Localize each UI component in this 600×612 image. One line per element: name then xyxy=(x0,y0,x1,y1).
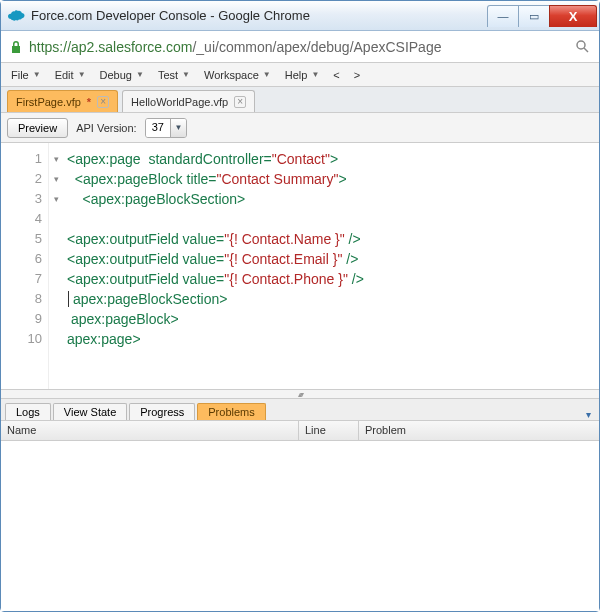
file-tab-helloworld[interactable]: HelloWorldPage.vfp × xyxy=(122,90,255,112)
search-icon[interactable] xyxy=(575,39,591,55)
close-button[interactable]: X xyxy=(549,5,597,27)
panel-collapse-icon[interactable]: ▾ xyxy=(582,409,595,420)
editor-toolbar: Preview API Version: 37 ▼ xyxy=(1,113,599,143)
code-editor[interactable]: 12345678910 ▾▾▾ <apex:page standardContr… xyxy=(1,143,599,389)
tab-logs[interactable]: Logs xyxy=(5,403,51,420)
maximize-button[interactable]: ▭ xyxy=(518,5,550,27)
tab-label: HelloWorldPage.vfp xyxy=(131,96,228,108)
line-gutter: 12345678910 xyxy=(1,143,49,389)
fold-gutter[interactable]: ▾▾▾ xyxy=(49,143,63,389)
address-bar[interactable]: https://ap2.salesforce.com/_ui/common/ap… xyxy=(1,31,599,63)
tab-progress[interactable]: Progress xyxy=(129,403,195,420)
window-controls: — ▭ X xyxy=(488,5,597,27)
caret-icon: ▼ xyxy=(182,70,190,79)
app-window: Force.com Developer Console - Google Chr… xyxy=(0,0,600,612)
file-tab-firstpage[interactable]: FirstPage.vfp* × xyxy=(7,90,118,112)
url-text: https://ap2.salesforce.com/_ui/common/ap… xyxy=(29,39,569,55)
caret-icon: ▼ xyxy=(136,70,144,79)
api-version-label: API Version: xyxy=(76,122,137,134)
tab-problems[interactable]: Problems xyxy=(197,403,265,420)
svg-line-1 xyxy=(584,48,588,52)
menu-test[interactable]: Test▼ xyxy=(152,66,196,84)
grip-icon: ▴▾ xyxy=(298,390,302,399)
dirty-indicator: * xyxy=(87,96,91,108)
col-name[interactable]: Name xyxy=(1,421,299,440)
titlebar[interactable]: Force.com Developer Console - Google Chr… xyxy=(1,1,599,31)
problems-grid-body xyxy=(1,441,599,611)
panel-splitter[interactable]: ▴▾ xyxy=(1,389,599,399)
menu-bar: File▼ Edit▼ Debug▼ Test▼ Workspace▼ Help… xyxy=(1,63,599,87)
menu-prev[interactable]: < xyxy=(327,66,345,84)
code-area[interactable]: <apex:page standardController="Contact">… xyxy=(63,143,599,389)
api-version-value: 37 xyxy=(146,119,170,137)
tab-close-icon[interactable]: × xyxy=(234,96,246,108)
salesforce-cloud-icon xyxy=(7,7,25,25)
menu-file[interactable]: File▼ xyxy=(5,66,47,84)
api-version-select[interactable]: 37 ▼ xyxy=(145,118,187,138)
menu-next[interactable]: > xyxy=(348,66,366,84)
caret-icon: ▼ xyxy=(311,70,319,79)
caret-icon: ▼ xyxy=(78,70,86,79)
col-line[interactable]: Line xyxy=(299,421,359,440)
svg-point-0 xyxy=(577,41,585,49)
problems-grid-header: Name Line Problem xyxy=(1,421,599,441)
dropdown-icon[interactable]: ▼ xyxy=(170,119,186,137)
menu-workspace[interactable]: Workspace▼ xyxy=(198,66,277,84)
window-title: Force.com Developer Console - Google Chr… xyxy=(31,8,488,23)
col-problem[interactable]: Problem xyxy=(359,421,599,440)
caret-icon: ▼ xyxy=(33,70,41,79)
url-host: https://ap2.salesforce.com xyxy=(29,39,192,55)
tab-label: FirstPage.vfp xyxy=(16,96,81,108)
menu-edit[interactable]: Edit▼ xyxy=(49,66,92,84)
preview-button[interactable]: Preview xyxy=(7,118,68,138)
url-path: /_ui/common/apex/debug/ApexCSIPage xyxy=(192,39,441,55)
menu-help[interactable]: Help▼ xyxy=(279,66,326,84)
minimize-button[interactable]: — xyxy=(487,5,519,27)
menu-debug[interactable]: Debug▼ xyxy=(94,66,150,84)
caret-icon: ▼ xyxy=(263,70,271,79)
bottom-panel-tabs: Logs View State Progress Problems ▾ xyxy=(1,399,599,421)
file-tab-bar: FirstPage.vfp* × HelloWorldPage.vfp × xyxy=(1,87,599,113)
tab-view-state[interactable]: View State xyxy=(53,403,127,420)
lock-icon xyxy=(9,40,23,54)
tab-close-icon[interactable]: × xyxy=(97,96,109,108)
